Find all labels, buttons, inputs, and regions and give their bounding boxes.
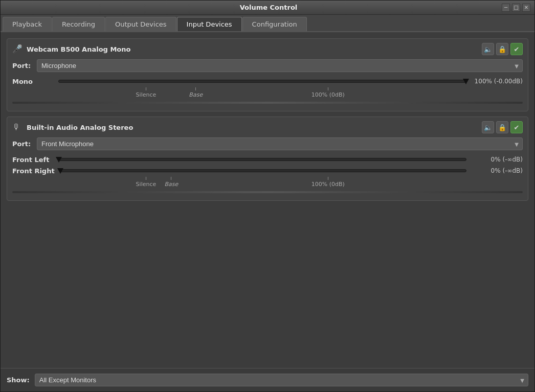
- tab-input-devices[interactable]: Input Devices: [177, 17, 242, 31]
- tab-configuration[interactable]: Configuration: [242, 17, 307, 31]
- device-webcam: 🎤 Webcam B500 Analog Mono 🔈 🔒 ✔ Port: Mi…: [7, 38, 528, 111]
- builtin-frontright-label: Front Right: [12, 167, 55, 175]
- builtin-marker-silence: Silence: [136, 177, 157, 188]
- webcam-icon: 🎤: [12, 44, 23, 54]
- webcam-lock-button[interactable]: 🔒: [496, 43, 508, 55]
- webcam-port-label: Port:: [12, 62, 33, 70]
- builtin-frontleft-value: 0% (-∞dB): [472, 156, 523, 163]
- device-webcam-name: Webcam B500 Analog Mono: [27, 45, 130, 53]
- builtin-marker-base: Base: [164, 177, 178, 188]
- device-builtin-name: Built-in Audio Analog Stereo: [27, 124, 133, 131]
- builtin-marker-100: 100% (0dB): [311, 177, 345, 188]
- main-content: 🎤 Webcam B500 Analog Mono 🔈 🔒 ✔ Port: Mi…: [1, 32, 534, 368]
- webcam-port-select[interactable]: Microphone: [37, 59, 523, 72]
- builtin-frontleft-thumb[interactable]: [56, 157, 62, 163]
- builtin-frontleft-track[interactable]: [58, 158, 466, 161]
- webcam-mono-track-wrap[interactable]: [58, 76, 466, 86]
- builtin-frontleft-track-wrap[interactable]: [58, 154, 466, 165]
- webcam-port-select-wrapper: Microphone: [37, 59, 523, 72]
- show-select[interactable]: All Except Monitors All Monitors: [35, 374, 528, 386]
- device-builtin-name-row: 🎙 Built-in Audio Analog Stereo: [12, 122, 133, 132]
- main-window: Volume Control ─ □ ✕ Playback Recording …: [0, 0, 535, 392]
- builtin-icon: 🎙: [12, 122, 23, 132]
- tab-output-devices[interactable]: Output Devices: [105, 17, 176, 31]
- builtin-active-button[interactable]: ✔: [510, 121, 523, 133]
- show-label: Show:: [7, 376, 30, 384]
- bottom-bar: Show: All Except Monitors All Monitors: [1, 368, 534, 391]
- tab-recording[interactable]: Recording: [52, 17, 105, 31]
- webcam-mono-thumb[interactable]: [463, 79, 469, 84]
- builtin-frontright-track[interactable]: [60, 169, 466, 172]
- webcam-separator: [12, 102, 523, 104]
- webcam-mute-button[interactable]: 🔈: [482, 43, 494, 55]
- device-webcam-name-row: 🎤 Webcam B500 Analog Mono: [12, 44, 130, 54]
- device-builtin: 🎙 Built-in Audio Analog Stereo 🔈 🔒 ✔ Por…: [7, 117, 528, 201]
- webcam-active-button[interactable]: ✔: [510, 43, 523, 55]
- builtin-frontright-thumb[interactable]: [57, 168, 63, 174]
- builtin-frontleft-label: Front Left: [12, 156, 53, 164]
- device-webcam-header: 🎤 Webcam B500 Analog Mono 🔈 🔒 ✔: [12, 43, 523, 55]
- builtin-separator: [12, 191, 523, 193]
- device-builtin-controls: 🔈 🔒 ✔: [482, 121, 523, 133]
- device-builtin-port-row: Port: Front Microphone: [12, 137, 523, 150]
- builtin-port-select[interactable]: Front Microphone: [37, 137, 523, 150]
- builtin-lock-button[interactable]: 🔒: [496, 121, 508, 133]
- minimize-button[interactable]: ─: [502, 4, 510, 12]
- device-webcam-controls: 🔈 🔒 ✔: [482, 43, 523, 55]
- builtin-markers: Silence Base 100% (0dB): [58, 177, 466, 189]
- builtin-port-select-wrapper: Front Microphone: [37, 137, 523, 150]
- builtin-port-label: Port:: [12, 140, 33, 148]
- tab-bar: Playback Recording Output Devices Input …: [1, 15, 534, 32]
- builtin-frontright-row: Front Right 0% (-∞dB): [12, 166, 523, 176]
- webcam-marker-base: Base: [189, 87, 203, 98]
- tab-playback[interactable]: Playback: [3, 17, 52, 31]
- webcam-markers: Silence Base 100% (0dB): [58, 87, 466, 100]
- builtin-frontright-track-wrap[interactable]: [60, 166, 466, 176]
- window-controls: ─ □ ✕: [502, 4, 530, 12]
- show-select-wrapper: All Except Monitors All Monitors: [35, 374, 528, 386]
- window-title: Volume Control: [35, 4, 502, 11]
- close-button[interactable]: ✕: [522, 4, 530, 12]
- device-builtin-header: 🎙 Built-in Audio Analog Stereo 🔈 🔒 ✔: [12, 121, 523, 133]
- builtin-mute-button[interactable]: 🔈: [482, 121, 494, 133]
- titlebar: Volume Control ─ □ ✕: [1, 1, 534, 15]
- device-webcam-port-row: Port: Microphone: [12, 59, 523, 72]
- webcam-marker-100: 100% (0dB): [311, 87, 345, 98]
- builtin-frontright-value: 0% (-∞dB): [472, 167, 523, 174]
- webcam-mono-value: 100% (-0.00dB): [472, 78, 523, 85]
- webcam-mono-row: Mono 100% (-0.00dB): [12, 76, 523, 86]
- webcam-mono-track[interactable]: [58, 80, 466, 83]
- webcam-marker-silence: Silence: [136, 87, 157, 98]
- webcam-mono-label: Mono: [12, 78, 53, 85]
- maximize-button[interactable]: □: [512, 4, 520, 12]
- builtin-frontleft-row: Front Left 0% (-∞dB): [12, 154, 523, 165]
